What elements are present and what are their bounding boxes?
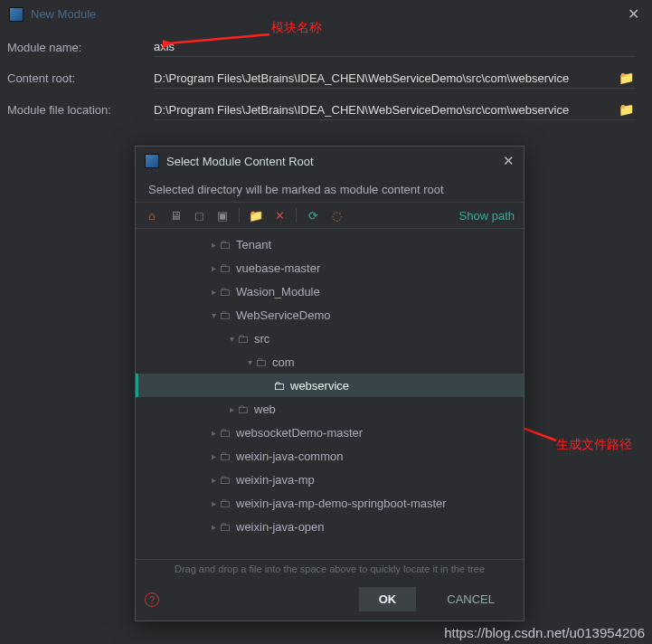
tree-item-label: weixin-java-mp <box>236 473 315 487</box>
show-hidden-icon[interactable]: ◌ <box>329 208 344 223</box>
separator <box>296 208 297 223</box>
show-path-link[interactable]: Show path <box>459 209 515 223</box>
content-root-input[interactable]: D:\Program Files\JetBrains\IDEA_CHEN\Web… <box>154 71 617 85</box>
folder-icon: 🗀 <box>219 426 231 440</box>
tree-item-label: com <box>272 355 295 369</box>
tree-item-label: webservice <box>290 379 349 393</box>
chevron-right-icon[interactable]: ▸ <box>208 428 219 438</box>
folder-icon: 🗀 <box>219 473 231 487</box>
ok-button[interactable]: OK <box>359 587 417 611</box>
tree-item[interactable]: ▸🗀weixin-java-mp-demo-springboot-master <box>136 491 524 515</box>
module-name-label: Module name: <box>7 41 143 54</box>
chevron-right-icon[interactable]: ▸ <box>208 522 219 532</box>
project-icon[interactable]: ◻ <box>192 208 206 223</box>
separator <box>239 208 240 223</box>
help-icon[interactable]: ? <box>145 592 159 607</box>
tree-item[interactable]: ▸🗀web <box>136 397 524 421</box>
chevron-down-icon[interactable]: ▾ <box>244 357 255 367</box>
browse-location-icon[interactable]: 📁 <box>617 102 636 117</box>
tree-item-label: vuebase-master <box>236 261 320 275</box>
tree-item[interactable]: ▸🗀weixin-java-open <box>136 515 524 538</box>
folder-icon: 🗀 <box>219 497 231 510</box>
tree-item-label: src <box>254 332 269 346</box>
close-icon[interactable]: ✕ <box>624 5 643 23</box>
tree-item-label: web <box>254 402 276 416</box>
tree-item-label: Wasion_Module <box>236 285 320 298</box>
folder-icon: 🗀 <box>237 332 249 346</box>
tree-item[interactable]: ▾🗀WebServiceDemo <box>136 303 524 327</box>
folder-icon: 🗀 <box>273 379 285 393</box>
refresh-icon[interactable]: ⟳ <box>306 208 320 223</box>
chevron-right-icon[interactable]: ▸ <box>208 451 219 461</box>
module-icon[interactable]: ▣ <box>215 208 230 223</box>
folder-icon: 🗀 <box>219 520 231 534</box>
chevron-right-icon[interactable]: ▸ <box>208 287 219 297</box>
folder-icon: 🗀 <box>237 402 249 416</box>
new-folder-icon[interactable]: 📁 <box>249 208 263 223</box>
folder-icon: 🗀 <box>219 238 231 251</box>
browse-root-icon[interactable]: 📁 <box>617 71 636 85</box>
tree-item[interactable]: ▸🗀websocketDemo-master <box>136 421 524 444</box>
folder-icon: 🗀 <box>219 450 231 463</box>
tree-item[interactable]: ▾🗀src <box>136 327 524 350</box>
app-icon <box>145 154 159 168</box>
chevron-down-icon[interactable]: ▾ <box>226 334 237 344</box>
module-location-input[interactable]: D:\Program Files\JetBrains\IDEA_CHEN\Web… <box>154 103 617 117</box>
tree-hint: Drag and drop a file into the space abov… <box>136 560 524 578</box>
window-title: New Module <box>31 7 96 21</box>
delete-icon[interactable]: ✕ <box>272 208 287 223</box>
svg-line-1 <box>168 34 269 43</box>
chevron-right-icon[interactable]: ▸ <box>208 263 219 273</box>
tree-item[interactable]: ▸🗀weixin-java-common <box>136 444 524 468</box>
tree-item[interactable]: 🗀webservice <box>136 374 524 397</box>
chevron-right-icon[interactable]: ▸ <box>208 498 219 508</box>
chevron-right-icon[interactable]: ▸ <box>208 240 219 250</box>
tree-item-label: WebServiceDemo <box>236 308 331 322</box>
dialog-close-icon[interactable]: ✕ <box>503 153 515 169</box>
folder-icon: 🗀 <box>255 355 267 369</box>
tree-item-label: weixin-java-mp-demo-springboot-master <box>236 497 447 510</box>
folder-icon: 🗀 <box>219 308 231 322</box>
annotation-module-name: 模块名称 <box>271 20 322 36</box>
cancel-button[interactable]: CANCEL <box>427 587 515 611</box>
select-root-dialog: Select Module Content Root ✕ Selected di… <box>135 146 524 621</box>
tree-item-label: Tenant <box>236 238 271 251</box>
chevron-right-icon[interactable]: ▸ <box>208 475 219 485</box>
tree-item[interactable]: ▸🗀Wasion_Module <box>136 279 524 303</box>
desktop-icon[interactable]: 🖥 <box>168 208 183 223</box>
content-root-label: Content root: <box>7 71 143 85</box>
tree-item-label: weixin-java-open <box>236 520 325 534</box>
dialog-title: Select Module Content Root <box>166 155 314 168</box>
module-location-label: Module file location: <box>7 103 143 117</box>
folder-icon: 🗀 <box>219 285 231 298</box>
tree-item-label: weixin-java-common <box>236 450 343 463</box>
tree-item[interactable]: ▸🗀vuebase-master <box>136 256 524 279</box>
arrow-icon <box>163 29 271 51</box>
folder-icon: 🗀 <box>219 261 231 275</box>
chevron-right-icon[interactable]: ▸ <box>226 404 237 414</box>
dialog-subtitle: Selected directory will be marked as mod… <box>136 175 524 202</box>
app-icon <box>9 7 24 22</box>
annotation-file-path: 生成文件路径 <box>556 437 632 453</box>
chevron-down-icon[interactable]: ▾ <box>208 310 219 320</box>
watermark: https://blog.csdn.net/u013954206 <box>444 625 645 640</box>
tree-item-label: websocketDemo-master <box>236 426 363 440</box>
tree-item[interactable]: ▸🗀Tenant <box>136 232 524 256</box>
tree-item[interactable]: ▾🗀com <box>136 350 524 374</box>
directory-tree[interactable]: ▸🗀Tenant▸🗀vuebase-master▸🗀Wasion_Module▾… <box>136 229 524 560</box>
home-icon[interactable]: ⌂ <box>145 208 159 223</box>
tree-item[interactable]: ▸🗀weixin-java-mp <box>136 468 524 491</box>
